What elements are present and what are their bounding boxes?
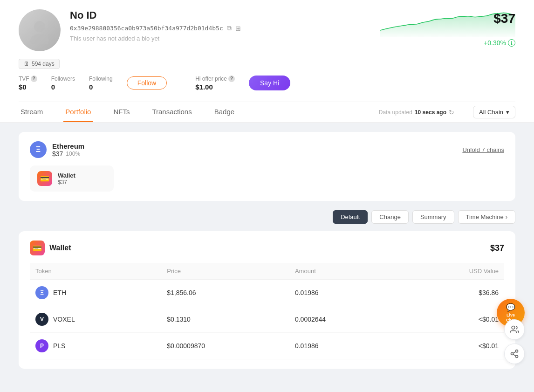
tab-nfts[interactable]: NFTs [111,102,131,122]
token-amount: 0.0002644 [289,306,398,333]
profile-address: 0x39e298800356ca0b973a50bf34a977d2b01d4b… [70,25,223,32]
token-icon: P [35,339,48,352]
svg-point-2 [512,326,515,330]
wallet-title: Wallet [49,244,486,252]
hi-offer-info-icon[interactable]: ? [228,76,235,82]
svg-line-7 [513,351,516,353]
chevron-right-icon: › [506,213,507,220]
token-icon: V [35,313,48,326]
qr-icon[interactable]: ⊞ [235,25,241,32]
svg-point-3 [516,350,518,352]
say-hi-button[interactable]: Say Hi [249,76,290,90]
follow-button[interactable]: Follow [127,76,167,89]
followers-value: 0 [51,83,75,91]
info-circle-icon[interactable]: ℹ [508,39,515,47]
col-token: Token [30,263,161,280]
token-symbol: VOXEL [53,316,75,323]
tab-badge[interactable]: Badge [212,102,236,122]
svg-line-6 [513,354,516,356]
token-symbol: PLS [53,342,65,350]
chain-value: $37 [52,150,63,158]
tabs-row: Stream Portfolio NFTs Transactions Badge… [19,102,515,122]
price-chart: $37 [380,9,515,37]
table-row: P PLS $0.00009870 0.01986 <$0.01 [30,333,504,359]
chain-row: Ξ Ethereum $37 100% Unfold 7 chains [30,141,504,158]
tvf-info-icon[interactable]: ? [31,76,37,82]
profile-bio: This user has not added a bio yet [70,35,366,42]
main-content: Ξ Ethereum $37 100% Unfold 7 chains 💳 Wa… [0,123,534,378]
copy-icon[interactable]: ⧉ [227,24,232,32]
following-stat: Following 0 [89,76,113,91]
hi-offer-value: $1.00 [195,83,235,91]
wallet-total: $37 [490,243,504,253]
col-usd: USD Value [398,263,504,280]
token-table-header: Token Price Amount USD Value [30,263,504,280]
followers-stat: Followers 0 [51,76,75,91]
wallet-small-value: $37 [58,179,75,186]
portfolio-price: $37 [493,11,515,26]
portfolio-card: Ξ Ethereum $37 100% Unfold 7 chains 💳 Wa… [19,132,515,201]
share-action-button[interactable] [504,344,525,364]
price-change: +0.30% ℹ [484,39,515,47]
profile-info: No ID 0x39e298800356ca0b973a50bf34a977d2… [70,9,366,42]
wallet-section: 💳 Wallet $37 Token Price Amount USD Valu… [19,231,515,369]
wallet-small-name: Wallet [58,172,75,179]
col-price: Price [161,263,289,280]
wallet-icon: 💳 [30,241,45,255]
profile-header-section: No ID 0x39e298800356ca0b973a50bf34a977d2… [0,0,534,123]
token-amount: 0.01986 [289,280,398,306]
chain-pct: 100% [66,151,80,157]
hi-offer-stat: Hi offer price ? $1.00 [195,76,235,91]
tab-transactions[interactable]: Transactions [150,102,193,122]
tab-portfolio[interactable]: Portfolio [63,102,93,122]
wallet-card-small[interactable]: 💳 Wallet $37 [30,165,114,192]
col-amount: Amount [289,263,398,280]
unfold-chains-link[interactable]: Unfold 7 chains [462,146,504,153]
token-amount: 0.01986 [289,333,398,359]
token-price: $0.1310 [161,306,289,333]
view-controls: Default Change Summary Time Machine › [19,210,515,224]
people-action-button[interactable] [504,319,525,340]
token-symbol: ETH [53,289,66,296]
token-usd-value: $36.86 [398,280,504,306]
stats-row: TVF ? $0 Followers 0 Following 0 Follow … [19,74,515,100]
token-table: Token Price Amount USD Value Ξ ETH $1,85… [30,263,504,359]
following-value: 0 [89,83,113,91]
chain-filter[interactable]: All Chain ▾ [473,106,515,118]
refresh-icon[interactable]: ↻ [449,109,454,116]
view-summary-button[interactable]: Summary [412,210,454,224]
table-row: Ξ ETH $1,856.06 0.01986 $36.86 [30,280,504,306]
svg-point-4 [511,353,513,355]
tvf-value: $0 [19,83,37,91]
token-usd-value: <$0.01 [398,333,504,359]
view-default-button[interactable]: Default [333,210,368,224]
ethereum-icon: Ξ [30,141,47,158]
days-badge: 🗓 594 days [19,59,60,69]
view-time-machine-button[interactable]: Time Machine › [458,210,516,224]
divider [181,74,181,92]
profile-name: No ID [70,9,366,21]
avatar [19,9,61,51]
token-price: $0.00009870 [161,333,289,359]
data-updated: Data updated 10 secs ago ↻ [379,109,454,116]
token-usd-value: <$0.01 [398,306,504,333]
profile-price-area: $37 +0.30% ℹ [376,9,515,47]
svg-point-0 [34,21,45,32]
svg-point-1 [30,34,49,44]
chain-name: Ethereum [52,142,84,150]
side-actions [504,319,525,364]
token-icon: Ξ [35,286,48,299]
table-row: V VOXEL $0.1310 0.0002644 <$0.01 [30,306,504,333]
tab-stream[interactable]: Stream [19,102,45,122]
chevron-down-icon: ▾ [506,109,509,116]
svg-point-5 [516,355,518,358]
calendar-icon: 🗓 [24,61,29,67]
tvf-stat: TVF ? $0 [19,76,37,91]
wallet-small-icon: 💳 [37,171,52,186]
token-price: $1,856.06 [161,280,289,306]
view-change-button[interactable]: Change [371,210,409,224]
wallet-header: 💳 Wallet $37 [30,241,504,255]
